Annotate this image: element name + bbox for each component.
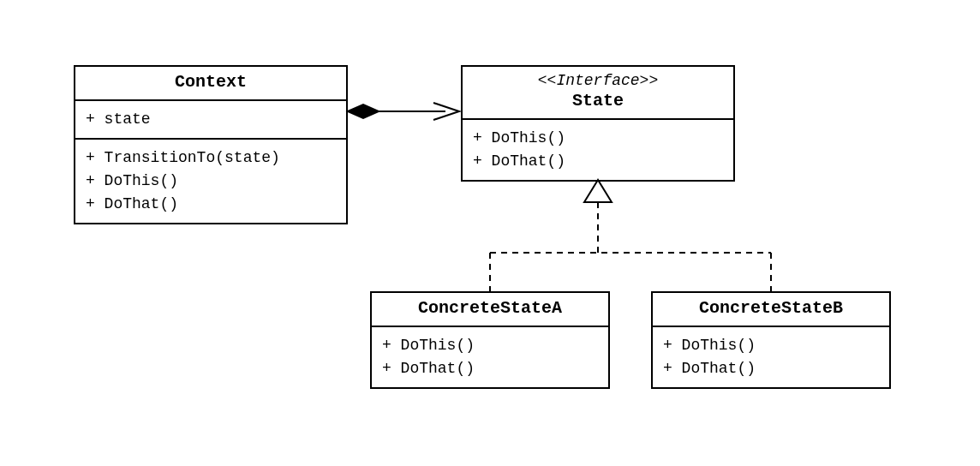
relation-realization-triangle — [490, 180, 771, 291]
class-box-concrete-a: ConcreteStateA + DoThis() + DoThat() — [370, 291, 610, 389]
operations-concrete-b: + DoThis() + DoThat() — [653, 327, 889, 387]
operations-concrete-a: + DoThis() + DoThat() — [372, 327, 608, 387]
svg-marker-2 — [584, 180, 612, 202]
operations-state: + DoThis() + DoThat() — [463, 120, 733, 180]
relation-context-state — [348, 103, 459, 120]
class-name-context: Context — [82, 72, 339, 93]
stereotype-state: <<Interface>> — [469, 72, 726, 91]
class-name-concrete-b: ConcreteStateB — [660, 298, 882, 319]
operations-context: + TransitionTo(state) + DoThis() + DoTha… — [75, 138, 346, 223]
class-box-state: <<Interface>> State + DoThis() + DoThat(… — [461, 65, 735, 182]
class-box-context: Context + state + TransitionTo(state) + … — [74, 65, 348, 224]
class-name-state: State — [469, 91, 726, 111]
uml-diagram: Context + state + TransitionTo(state) + … — [0, 0, 980, 466]
class-box-concrete-b: ConcreteStateB + DoThis() + DoThat() — [651, 291, 891, 389]
attributes-context: + state — [75, 101, 346, 138]
class-name-concrete-a: ConcreteStateA — [379, 298, 601, 319]
svg-marker-0 — [348, 105, 379, 118]
